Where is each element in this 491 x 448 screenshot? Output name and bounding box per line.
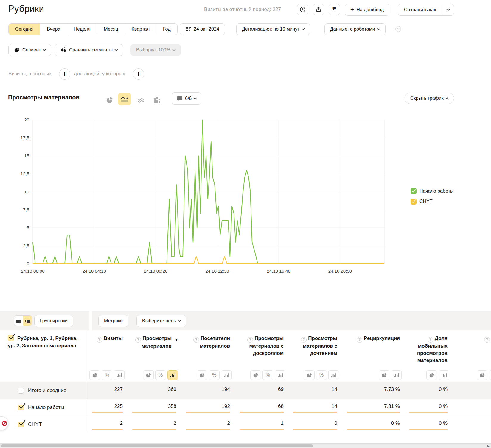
- views-line-chart: 02,557,51012,51517,52024.10 00:0024.10 0…: [8, 118, 395, 281]
- hide-chart-button[interactable]: Скрыть график: [405, 93, 454, 104]
- scrollbar-thumb[interactable]: [1, 444, 313, 447]
- metric-help-icon[interactable]: ?: [135, 337, 141, 343]
- bars-metric-view-button[interactable]: [221, 370, 232, 380]
- metric-header-5[interactable]: ?Рециркуляция: [343, 330, 405, 368]
- metric-header-1[interactable]: ?Просмотры материалов▼: [128, 330, 182, 368]
- row-value-cell: 7,81 %: [343, 399, 405, 416]
- groupings-button[interactable]: Группировки: [34, 315, 73, 327]
- pie-metric-view-button[interactable]: [143, 370, 154, 380]
- tab-period-0[interactable]: Сегодня: [9, 24, 40, 35]
- segment-button[interactable]: Сегмент: [8, 44, 51, 56]
- row-value-cell: 225: [88, 399, 128, 416]
- pie-mini-icon: [92, 372, 98, 378]
- sample-button[interactable]: Выборка: 100%: [130, 44, 181, 56]
- scroll-right-arrow[interactable]: ▶: [487, 444, 490, 448]
- metric-header-0[interactable]: ?Визиты: [88, 330, 128, 368]
- save-as-button[interactable]: Сохранить как: [398, 4, 442, 15]
- horizontal-scrollbar[interactable]: ▶: [0, 443, 491, 448]
- row-checkbox[interactable]: [18, 388, 24, 394]
- value-bar: [347, 412, 400, 413]
- bars-metric-view-button[interactable]: [167, 370, 178, 380]
- metric-header-3[interactable]: ?Просмотры материалов с доскроллом: [235, 330, 289, 368]
- row-checkbox[interactable]: [18, 405, 24, 410]
- metrics-button[interactable]: Метрики: [98, 315, 128, 327]
- row-checkbox[interactable]: [18, 422, 24, 427]
- chart-type-area-button[interactable]: [136, 95, 147, 105]
- data-mode-dropdown[interactable]: Данные: с роботами: [324, 23, 386, 35]
- percent-metric-view-button[interactable]: %: [316, 370, 327, 380]
- x-axis-label: 24.10 00:00: [21, 269, 44, 274]
- legend-item-0[interactable]: Начало работы: [411, 188, 454, 194]
- legend-item-1[interactable]: CHYT: [411, 199, 454, 205]
- metric-header-7[interactable]: ?м: [453, 330, 491, 368]
- pie-mini-icon: [146, 372, 151, 378]
- date-picker-button[interactable]: 24 окт 2024: [180, 23, 225, 35]
- metric-help-icon[interactable]: ?: [301, 337, 307, 343]
- sample-label: Выборка: 100%: [136, 47, 170, 53]
- bars-metric-view-button[interactable]: [114, 370, 125, 380]
- sort-desc-icon[interactable]: ▼: [175, 336, 178, 343]
- pie-metric-view-button[interactable]: [426, 370, 437, 380]
- legend-checkbox[interactable]: [411, 199, 417, 205]
- row-label: Итого и средние: [28, 388, 66, 394]
- add-visits-filter-button[interactable]: +: [59, 68, 70, 80]
- annotations-dropdown[interactable]: 6/6: [172, 92, 201, 105]
- chart-type-line-button[interactable]: [118, 93, 131, 105]
- bars-metric-view-button[interactable]: [275, 370, 285, 380]
- detalization-dropdown[interactable]: Детализация: по 10 минут: [236, 23, 310, 35]
- metric-help-icon[interactable]: ?: [193, 337, 199, 343]
- pie-metric-view-button[interactable]: [250, 370, 261, 380]
- percent-metric-view-button[interactable]: %: [262, 370, 273, 380]
- metric-header-4[interactable]: ?Просмотры материалов с дочтением: [289, 330, 343, 368]
- export-button[interactable]: [313, 4, 324, 15]
- tab-period-4[interactable]: Квартал: [125, 24, 156, 35]
- metric-help-icon[interactable]: ?: [484, 337, 490, 343]
- history-button[interactable]: [297, 4, 308, 15]
- pie-metric-view-button[interactable]: [379, 370, 389, 380]
- metric-header-6[interactable]: ?Доля мобильных просмотров материалов: [405, 330, 453, 368]
- metric-icons-1: %: [128, 368, 182, 382]
- chart-type-columns-button[interactable]: [152, 95, 163, 105]
- metric-help-icon[interactable]: ?: [247, 337, 253, 343]
- row-value-cell: 14: [289, 382, 343, 399]
- select-all-checkbox[interactable]: [8, 335, 14, 341]
- metric-header-label: Визиты: [104, 335, 123, 341]
- add-people-filter-button[interactable]: +: [133, 68, 144, 80]
- add-to-dashboard-button[interactable]: + На дашборд: [345, 4, 389, 16]
- flat-list-view-button[interactable]: [14, 316, 23, 326]
- bars-metric-view-button[interactable]: [489, 370, 491, 380]
- chart-type-pie-button[interactable]: [104, 95, 115, 105]
- save-as-menu-button[interactable]: [442, 4, 454, 15]
- chevron-down-icon: [302, 27, 305, 30]
- pie-metric-view-button[interactable]: [89, 370, 100, 380]
- pie-metric-view-button[interactable]: [477, 370, 487, 380]
- percent-metric-view-button[interactable]: %: [155, 370, 166, 380]
- visits-summary: Визиты за отчётный период: 227: [204, 7, 281, 13]
- tab-period-1[interactable]: Вчера: [40, 24, 67, 35]
- legend-checkbox[interactable]: [411, 188, 417, 194]
- goal-select-dropdown[interactable]: Выберите цель: [136, 315, 186, 327]
- bars-metric-view-button[interactable]: [391, 370, 402, 380]
- metric-help-icon[interactable]: ?: [428, 337, 433, 343]
- tab-period-2[interactable]: Неделя: [67, 24, 97, 35]
- tab-period-3[interactable]: Месяц: [97, 24, 125, 35]
- bars-metric-view-button[interactable]: [439, 370, 449, 380]
- percent-metric-view-button[interactable]: %: [102, 370, 112, 380]
- metric-help-icon[interactable]: ?: [97, 337, 102, 343]
- chevron-up-icon: [445, 97, 449, 101]
- bars-metric-view-button[interactable]: [328, 370, 339, 380]
- pie-metric-view-button[interactable]: [197, 370, 207, 380]
- pie-metric-view-button[interactable]: [304, 370, 315, 380]
- report-table: Группировки Метрики Выберите цель Рубрик…: [0, 311, 491, 433]
- pie-mini-icon: [307, 372, 312, 378]
- metric-header-2[interactable]: ?Посетители материалов: [182, 330, 235, 368]
- metric-help-icon[interactable]: ?: [357, 337, 362, 343]
- metric-value: 192: [182, 403, 230, 409]
- tree-view-button[interactable]: [23, 316, 32, 326]
- add-to-dashboard-label: На дашборд: [356, 7, 384, 13]
- comments-button[interactable]: ❞: [329, 4, 340, 15]
- help-icon[interactable]: ?: [395, 26, 401, 32]
- compare-segments-button[interactable]: Сравнить сегменты: [55, 44, 123, 56]
- tab-period-5[interactable]: Год: [156, 24, 177, 35]
- percent-metric-view-button[interactable]: %: [209, 370, 220, 380]
